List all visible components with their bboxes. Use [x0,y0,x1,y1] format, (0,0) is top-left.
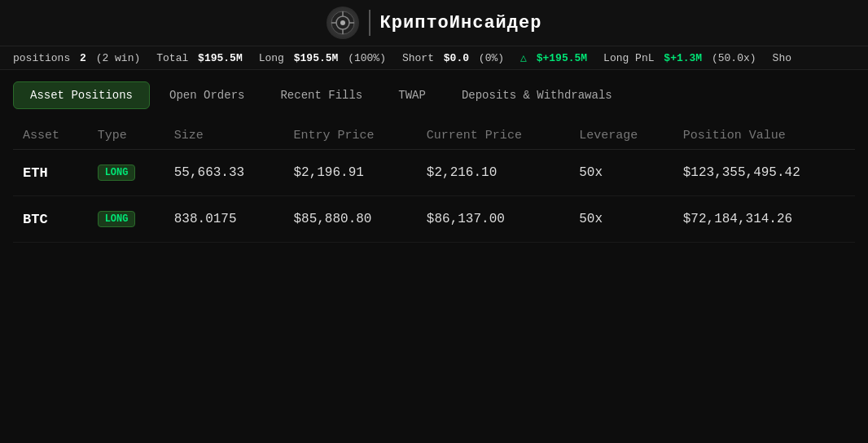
ticker-short-label: Short [402,52,434,64]
tabs-row: Asset Positions Open Orders Recent Fills… [0,70,868,109]
ticker-positions-count: 2 [80,52,86,64]
type-badge-btc: LONG [98,211,136,227]
site-title: КриптоИнсайдер [380,13,542,33]
tab-deposits-withdrawals[interactable]: Deposits & Withdrawals [445,82,629,108]
header: КриптоИнсайдер [0,0,868,46]
tab-asset-positions[interactable]: Asset Positions [13,81,150,109]
ticker-positions-label: positions [13,52,70,64]
col-header-entry-price: Entry Price [283,122,416,150]
col-header-current-price: Current Price [417,122,569,150]
header-divider [369,10,370,36]
ticker-sho-label: Sho [773,52,791,64]
size-eth: 55,663.33 [164,150,284,196]
logo-icon [327,7,359,39]
ticker-delta-symbol: △ [520,51,527,64]
ticker-long-value: $195.5M [294,52,339,64]
ticker-long-pnl-value: $+1.3M [664,52,702,64]
ticker-short-pct: (0%) [479,52,504,64]
position-value-eth: $123,355,495.42 [673,150,855,196]
col-header-position-value: Position Value [673,122,855,150]
current-price-btc: $86,137.00 [417,196,569,243]
leverage-btc: 50x [569,196,673,243]
col-header-type: Type [88,122,164,150]
tab-recent-fills[interactable]: Recent Fills [264,82,379,108]
ticker-total-label: Total [156,52,188,64]
entry-price-eth: $2,196.91 [283,150,416,196]
col-header-leverage: Leverage [569,122,673,150]
svg-point-2 [340,20,345,25]
asset-eth: ETH [23,165,48,181]
entry-price-btc: $85,880.80 [283,196,416,243]
current-price-eth: $2,216.10 [417,150,569,196]
position-value-btc: $72,184,314.26 [673,196,855,243]
ticker-delta-value: $+195.5M [537,52,587,64]
asset-btc: BTC [23,212,48,227]
col-header-asset: Asset [13,122,88,150]
ticker-long-pnl-label: Long PnL [603,52,654,64]
table-row: BTC LONG 838.0175 $85,880.80 $86,137.00 … [13,196,855,243]
ticker-short-value: $0.0 [444,52,469,64]
size-btc: 838.0175 [164,196,284,243]
ticker-long-pct: (100%) [348,52,386,64]
col-header-size: Size [164,122,284,150]
leverage-eth: 50x [569,150,673,196]
ticker-bar: positions 2 (2 win) Total $195.5M Long $… [0,46,868,70]
ticker-positions-wins: (2 win) [96,52,141,64]
table-container: Asset Type Size Entry Price Current Pric… [0,109,868,243]
ticker-total-value: $195.5M [198,52,243,64]
ticker-long-pnl-mult: (50.0x) [712,52,756,64]
tab-open-orders[interactable]: Open Orders [153,82,261,108]
positions-table: Asset Type Size Entry Price Current Pric… [13,122,855,243]
table-row: ETH LONG 55,663.33 $2,196.91 $2,216.10 5… [13,150,855,196]
type-badge-eth: LONG [98,164,136,181]
tab-twap[interactable]: TWAP [382,82,442,108]
ticker-long-label: Long [259,52,284,64]
